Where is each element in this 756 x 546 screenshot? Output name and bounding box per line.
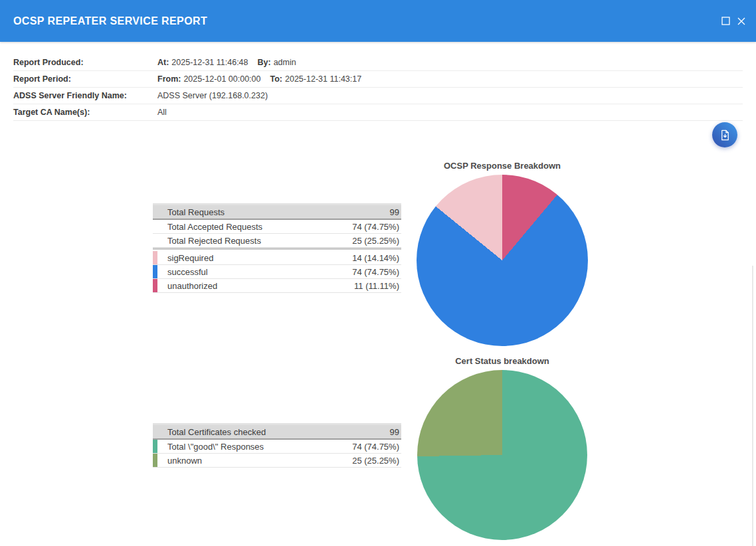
legend-color-swatch — [153, 265, 157, 278]
table-header-row: Total Requests 99 — [153, 205, 401, 220]
chart-title-ocsp-response: OCSP Response Breakdown — [417, 161, 588, 171]
metadata-value: At:2025-12-31 11:46:48 By:admin — [157, 58, 296, 67]
scrollbar[interactable] — [752, 266, 753, 546]
legend-color-swatch — [153, 440, 157, 453]
document-download-icon — [719, 129, 731, 141]
legend-color-swatch — [153, 251, 157, 264]
table-row: unauthorized 11 (11.11%) — [153, 279, 401, 293]
close-button[interactable] — [733, 13, 749, 29]
table-header-row: Total Certificates checked 99 — [153, 425, 401, 440]
chart-title-cert-status: Cert Status breakdown — [417, 356, 587, 366]
metadata-row-period: Report Period: From:2025-12-01 00:00:00 … — [13, 71, 743, 88]
requests-summary-table: Total Requests 99 Total Accepted Request… — [153, 203, 401, 293]
table-row: successful 74 (74.75%) — [153, 265, 401, 279]
pie-chart-ocsp-response — [417, 175, 588, 346]
maximize-icon — [721, 17, 730, 25]
close-icon — [737, 17, 746, 26]
title-bar: OCSP REPEATER SERVICE REPORT — [0, 0, 756, 42]
table-row: Total \"good\" Responses 74 (74.75%) — [153, 440, 401, 454]
metadata-label: Target CA Name(s): — [13, 108, 157, 117]
table-row: unknown 25 (25.25%) — [153, 454, 401, 468]
table-row: Total Rejected Requests 25 (25.25%) — [153, 234, 401, 248]
pie-chart-cert-status — [417, 370, 587, 540]
metadata-label: Report Produced: — [13, 58, 157, 67]
legend-color-swatch — [153, 279, 157, 292]
metadata-label: ADSS Server Friendly Name: — [13, 91, 157, 100]
metadata-value: ADSS Server (192.168.0.232) — [157, 91, 268, 100]
maximize-button[interactable] — [717, 13, 733, 29]
page-title: OCSP REPEATER SERVICE REPORT — [13, 15, 207, 27]
metadata-label: Report Period: — [13, 74, 157, 84]
export-report-button[interactable] — [712, 122, 737, 147]
metadata-row-target-ca: Target CA Name(s): All — [13, 104, 743, 121]
window-controls — [717, 0, 749, 42]
certificates-summary-table: Total Certificates checked 99 Total \"go… — [153, 423, 401, 468]
metadata-row-produced: Report Produced: At:2025-12-31 11:46:48 … — [13, 54, 743, 71]
metadata-value: From:2025-12-01 00:00:00 To:2025-12-31 1… — [157, 74, 361, 84]
metadata-value: All — [157, 108, 167, 117]
legend-color-swatch — [153, 454, 157, 467]
table-row: sigRequired 14 (14.14%) — [153, 251, 401, 265]
report-window: OCSP REPEATER SERVICE REPORT Report Prod… — [0, 0, 756, 546]
metadata-row-server-name: ADSS Server Friendly Name: ADSS Server (… — [13, 88, 743, 104]
report-metadata: Report Produced: At:2025-12-31 11:46:48 … — [13, 54, 743, 121]
table-row: Total Accepted Requests 74 (74.75%) — [153, 220, 401, 234]
